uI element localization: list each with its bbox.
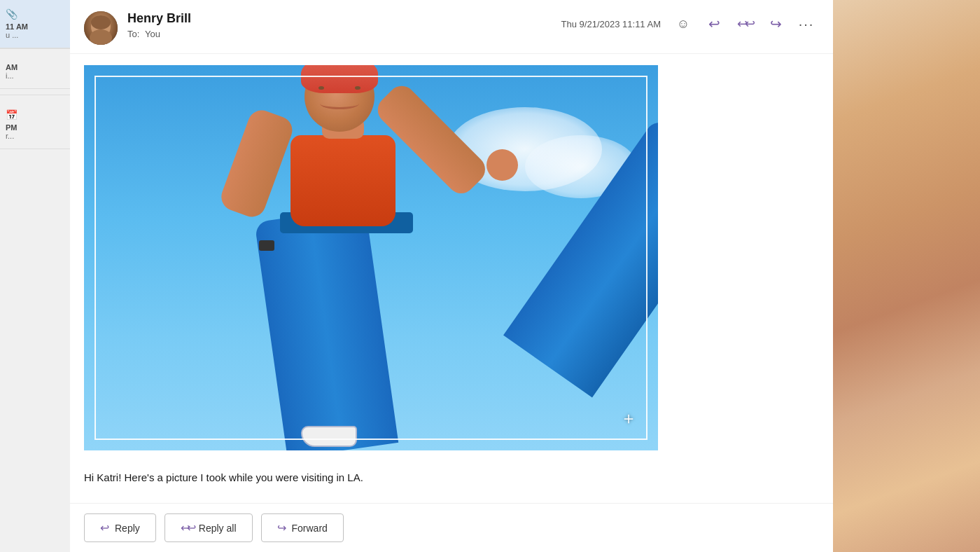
more-icon: ··· — [799, 16, 815, 32]
reply-all-button-label: Reply all — [199, 523, 237, 534]
reply-all-button[interactable]: ↩↩ Reply all — [164, 513, 253, 542]
reply-all-arrow-icon: ↩↩ — [737, 16, 752, 32]
emoji-button[interactable]: ☺ — [671, 11, 696, 36]
email-body: ＋ Hi Katri! Here's a picture I took whil… — [70, 54, 833, 503]
plus-cursor-icon: ＋ — [620, 407, 637, 429]
forward-icon-button[interactable]: ↪ — [763, 11, 788, 36]
sender-info: Henry Brill To: You — [127, 11, 561, 39]
sender-name: Henry Brill — [127, 11, 561, 26]
action-icons: ☺ ↩ ↩↩ ↪ ··· — [671, 11, 819, 36]
reply-all-icon-button[interactable]: ↩↩ — [732, 11, 757, 36]
eye-left — [318, 86, 324, 90]
to-value: You — [145, 29, 160, 39]
to-label: To: — [127, 29, 139, 39]
image-container[interactable]: ＋ — [84, 65, 658, 450]
more-options-button[interactable]: ··· — [794, 11, 819, 36]
emoji-icon: ☺ — [677, 17, 690, 32]
email-preview: i... — [6, 71, 64, 80]
email-body-text: Hi Katri! Here's a picture I took while … — [84, 470, 819, 486]
email-list-item[interactable]: AM i... — [0, 55, 70, 89]
forward-button-icon: ↪ — [277, 521, 286, 534]
attachment-icon: 📎 — [6, 8, 64, 20]
email-image: ＋ — [84, 65, 658, 450]
right-panel — [833, 0, 980, 552]
reply-button-label: Reply — [115, 523, 140, 534]
shoe-left — [301, 426, 357, 447]
forward-button[interactable]: ↪ Forward — [261, 513, 344, 542]
email-time: 11 AM — [6, 22, 64, 31]
torso — [290, 135, 396, 226]
smile — [320, 98, 359, 109]
email-preview: r... — [6, 132, 64, 140]
email-time: AM — [6, 63, 64, 71]
sender-avatar — [84, 11, 118, 45]
forward-arrow-icon: ↪ — [770, 15, 782, 32]
email-header: Henry Brill To: You Thu 9/21/2023 11:11 … — [70, 0, 833, 54]
email-list-panel: 📎 11 AM u ... AM i... 📅 PM r... — [0, 0, 70, 552]
right-panel-background — [833, 0, 980, 552]
reply-all-button-icon: ↩↩ — [181, 521, 193, 534]
svg-point-1 — [91, 15, 111, 29]
reply-icon-button[interactable]: ↩ — [701, 11, 727, 36]
forward-button-label: Forward — [292, 523, 328, 534]
reply-arrow-icon: ↩ — [708, 15, 720, 32]
email-list-item[interactable]: 📎 11 AM u ... — [0, 0, 70, 48]
watch — [259, 240, 274, 251]
reply-button-icon: ↩ — [100, 521, 109, 534]
reply-buttons-bar: ↩ Reply ↩↩ Reply all ↪ Forward — [70, 503, 833, 552]
calendar-icon: 📅 — [6, 109, 64, 120]
email-date: Thu 9/21/2023 11:11 AM — [561, 19, 661, 29]
email-list-item[interactable]: 📅 PM r... — [0, 101, 70, 149]
hair — [301, 65, 378, 93]
hand-right — [486, 149, 518, 181]
reply-button[interactable]: ↩ Reply — [84, 513, 156, 542]
sender-to: To: You — [127, 29, 561, 39]
avatar-face — [84, 11, 118, 45]
email-time: PM — [6, 123, 64, 132]
email-meta: Thu 9/21/2023 11:11 AM ☺ ↩ ↩↩ ↪ ··· — [561, 11, 819, 36]
email-content-panel: Henry Brill To: You Thu 9/21/2023 11:11 … — [70, 0, 833, 552]
email-preview: u ... — [6, 31, 64, 39]
eye-right — [355, 86, 360, 90]
